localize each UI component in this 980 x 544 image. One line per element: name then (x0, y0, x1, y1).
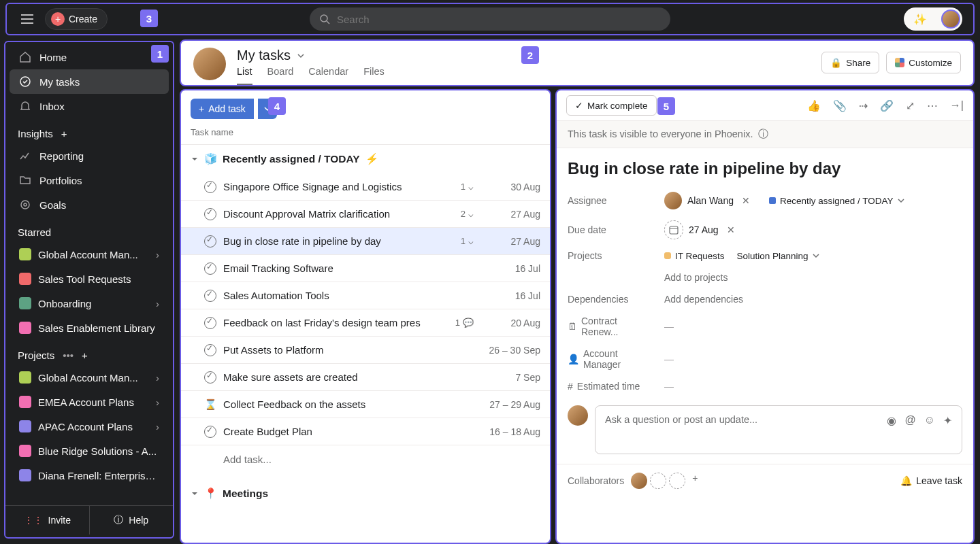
overlay-badge-3: 3 (140, 10, 158, 27)
task-row[interactable]: Discount Approval Matrix clarification2 … (181, 201, 550, 228)
nav-inbox[interactable]: Inbox (10, 94, 169, 118)
task-row[interactable]: Email Tracking Software16 Jul (181, 255, 550, 282)
grid-icon (895, 58, 904, 67)
hamburger-icon[interactable] (18, 10, 37, 29)
complete-toggle[interactable] (204, 262, 216, 275)
attachment-icon[interactable]: 📎 (833, 99, 847, 112)
task-date: 27 – 29 Aug (486, 399, 540, 410)
profile-pill[interactable] (904, 7, 962, 31)
sidebar-project-item[interactable]: Onboarding› (10, 291, 169, 316)
field-contract-renewal[interactable]: 🗓Contract Renew... — (557, 310, 973, 343)
field-dependencies[interactable]: Dependencies Add dependencies (557, 288, 973, 310)
overlay-badge-1: 1 (151, 45, 169, 63)
close-icon[interactable]: ✕ (727, 224, 735, 235)
complete-toggle[interactable] (204, 208, 216, 220)
project-color-icon (19, 396, 31, 408)
complete-toggle[interactable] (204, 181, 216, 193)
field-add-projects[interactable]: Add to projects (557, 267, 973, 288)
add-collaborator-icon[interactable] (650, 473, 666, 489)
link-icon[interactable]: 🔗 (880, 99, 894, 112)
task-row[interactable]: Put Assets to Platform26 – 30 Sep (181, 337, 550, 364)
project-color-icon (19, 445, 31, 457)
task-name: Discount Approval Matrix clarification (223, 208, 454, 220)
star-icon[interactable]: ✦ (943, 414, 952, 427)
expand-icon[interactable]: ⤢ (906, 99, 915, 112)
complete-toggle[interactable] (204, 317, 216, 329)
avatar[interactable] (631, 473, 647, 489)
lock-icon: 🔒 (830, 57, 842, 68)
folder-icon (19, 174, 31, 186)
sidebar-project-item[interactable]: Sales Enablement Library (10, 316, 169, 340)
due-date-chip[interactable]: 27 Aug ✕ (664, 220, 735, 239)
tab-calendar[interactable]: Calendar (308, 66, 348, 85)
create-button[interactable]: + Create (45, 8, 108, 30)
task-title[interactable]: Bug in close rate in pipeline by day (557, 148, 973, 186)
nav-reporting[interactable]: Reporting (10, 143, 169, 168)
field-estimated-time[interactable]: #Estimated time — (557, 375, 973, 397)
help-button[interactable]: ⓘ Help (90, 506, 174, 534)
comment-input[interactable]: Ask a question or post an update... ◉ @ … (595, 405, 962, 454)
complete-toggle[interactable] (204, 290, 216, 302)
topbar: + Create 3 (5, 3, 975, 35)
mark-complete-button[interactable]: ✓ Mark complete (566, 95, 657, 116)
share-button[interactable]: 🔒 Share (821, 52, 879, 73)
add-task-button[interactable]: + Add task (191, 99, 254, 119)
close-icon[interactable]: ✕ (742, 195, 750, 206)
more-icon[interactable]: ••• (63, 350, 74, 361)
nav-goals[interactable]: Goals (10, 192, 169, 217)
task-row[interactable]: Sales Automation Tools16 Jul (181, 282, 550, 309)
plus-icon[interactable]: + (82, 350, 88, 361)
task-row[interactable]: Create Budget Plan16 – 18 Aug (181, 418, 550, 445)
tab-list[interactable]: List (237, 66, 252, 85)
nav-my-tasks[interactable]: My tasks (10, 69, 169, 94)
sidebar-project-item[interactable]: Global Account Man...› (10, 242, 169, 267)
customize-button[interactable]: Customize (886, 52, 961, 73)
task-row[interactable]: ⌛Collect Feedback on the assets27 – 29 A… (181, 391, 550, 418)
complete-toggle[interactable] (204, 344, 216, 356)
nav-portfolios[interactable]: Portfolios (10, 168, 169, 192)
more-icon[interactable]: ⋯ (927, 99, 938, 112)
task-row[interactable]: Make sure assets are created7 Sep (181, 364, 550, 391)
invite-button[interactable]: ⋮⋮ Invite (5, 506, 90, 534)
add-task-inline[interactable]: Add task... (181, 445, 550, 473)
project-chip[interactable]: Solution Planning (737, 251, 819, 261)
sidebar-project-item[interactable]: Blue Ridge Solutions - A... (10, 439, 169, 463)
plus-icon[interactable]: + (692, 473, 698, 489)
tab-board[interactable]: Board (267, 66, 294, 85)
complete-toggle[interactable] (204, 235, 216, 248)
task-date: 16 – 18 Aug (486, 426, 540, 437)
search-box[interactable] (310, 7, 670, 31)
tab-files[interactable]: Files (363, 66, 385, 85)
sidebar-project-item[interactable]: APAC Account Plans› (10, 414, 169, 439)
section-header[interactable]: 🧊 Recently assigned / TODAY ⚡ (181, 145, 550, 173)
sidebar-project-item[interactable]: Global Account Man...› (10, 365, 169, 390)
assignee-chip[interactable]: Alan Wang ✕ (664, 192, 750, 209)
task-row[interactable]: Singapore Office Signage and Logistics1 … (181, 173, 550, 201)
page-title[interactable]: My tasks (237, 48, 385, 63)
section-chip[interactable]: Recently assigned / TODAY (769, 196, 904, 206)
sidebar-project-item[interactable]: EMEA Account Plans› (10, 390, 169, 414)
project-chip[interactable]: IT Requests (664, 251, 725, 261)
field-account-manager[interactable]: 👤Account Manager — (557, 343, 973, 375)
emoji-icon[interactable]: ☺ (924, 414, 935, 426)
complete-toggle[interactable] (204, 371, 216, 384)
subtask-icon[interactable]: ⇢ (859, 99, 868, 112)
search-input[interactable] (337, 14, 661, 25)
complete-toggle[interactable] (204, 426, 216, 438)
info-icon[interactable]: ⓘ (758, 129, 768, 139)
section-header[interactable]: 📍 Meetings (181, 479, 550, 508)
sidebar-project-item[interactable]: Diana Frenell: Enterprise... (10, 463, 169, 488)
svg-rect-4 (670, 226, 678, 234)
record-icon[interactable]: ◉ (887, 414, 896, 427)
add-collaborator-icon[interactable] (669, 473, 685, 489)
task-row[interactable]: Feedback on last Friday's design team pr… (181, 309, 550, 337)
page-header: My tasks List Board Calendar Files 2 🔒 S… (180, 39, 975, 86)
like-icon[interactable]: 👍 (807, 99, 821, 112)
plus-icon[interactable]: + (61, 128, 67, 139)
nav-home[interactable]: Home (10, 45, 169, 69)
sidebar-project-item[interactable]: Sales Tool Requests (10, 267, 169, 291)
leave-task-button[interactable]: 🔔 Leave task (900, 475, 962, 486)
close-panel-icon[interactable]: →| (950, 99, 964, 112)
mention-icon[interactable]: @ (904, 414, 915, 426)
task-row[interactable]: Bug in close rate in pipeline by day1 ⌵2… (181, 228, 550, 255)
